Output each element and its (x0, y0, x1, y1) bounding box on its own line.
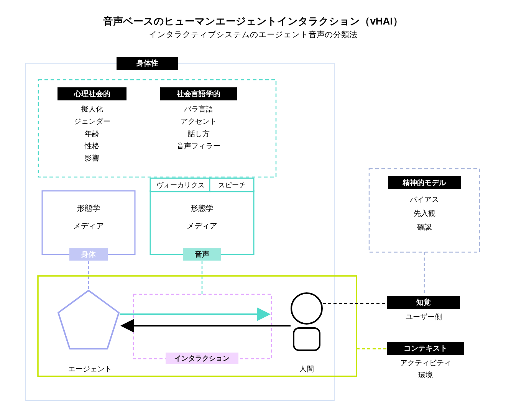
list-item: 先入観 (388, 208, 461, 218)
svg-rect-12 (294, 328, 320, 350)
list-item: パラ言語 (160, 104, 237, 114)
list-item: バイアス (388, 195, 461, 205)
perception-caption: ユーザー側 (387, 312, 460, 322)
mental-model-header: 精神的モデル (388, 176, 461, 189)
list-item: ジェンダー (58, 116, 127, 126)
diagram-subtitle: インタラクティブシステムのエージェント音声の分類法 (0, 29, 506, 40)
svg-marker-10 (58, 290, 119, 349)
list-item: 年齢 (58, 129, 127, 139)
diagram-title: 音声ベースのヒューマンエージェントインタラクション（vHAI） (0, 15, 506, 28)
list-item: メディア (42, 221, 135, 231)
list-item: メディア (150, 221, 254, 231)
list-item: 性格 (58, 141, 127, 151)
list-item: アクセント (160, 116, 237, 126)
list-item: 影響 (58, 153, 127, 163)
svg-point-11 (291, 293, 322, 324)
diagram-canvas: 音声ベースのヒューマンエージェントインタラクション（vHAI） インタラクティブ… (0, 0, 506, 420)
embodiment-header: 身体性 (117, 57, 178, 70)
list-item: 確認 (388, 222, 461, 232)
voice-tab-vocalics: ヴォーカリクス (150, 180, 210, 190)
voice-tab-speech: スピーチ (210, 180, 254, 190)
list-item: 形態学 (150, 203, 254, 213)
list-item: アクティビティ (387, 358, 464, 368)
agent-label: エージェント (61, 364, 119, 374)
context-header: コンテキスト (387, 342, 464, 355)
svg-rect-9 (133, 294, 271, 359)
list-item: 話し方 (160, 129, 237, 139)
body-footer: 身体 (69, 248, 108, 261)
human-label: 人間 (291, 364, 322, 374)
list-item: 形態学 (42, 203, 135, 213)
sociolinguistic-header: 社会言語学的 (160, 87, 237, 100)
list-item: 擬人化 (58, 104, 127, 114)
list-item: 音声フィラー (160, 141, 237, 151)
voice-footer: 音声 (183, 248, 221, 261)
list-item: 環境 (387, 370, 464, 380)
interaction-label: インタラクション (166, 353, 238, 364)
perception-header: 知覚 (387, 296, 460, 309)
psychosocial-header: 心理社会的 (58, 87, 127, 100)
